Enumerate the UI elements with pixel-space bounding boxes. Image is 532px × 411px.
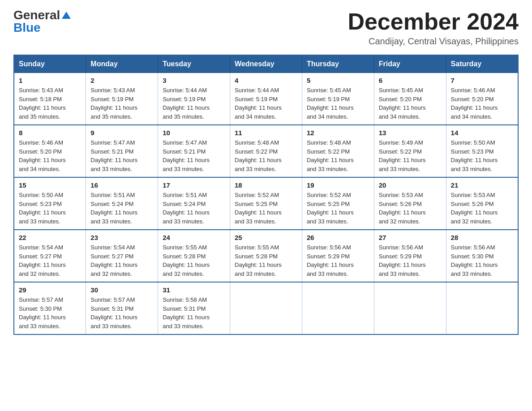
calendar-week-3: 15 Sunrise: 5:50 AMSunset: 5:23 PMDaylig… [14,177,518,230]
table-row: 7 Sunrise: 5:46 AMSunset: 5:20 PMDayligh… [446,73,518,125]
table-row: 11 Sunrise: 5:48 AMSunset: 5:22 PMDaylig… [230,125,302,177]
day-info: Sunrise: 5:56 AMSunset: 5:29 PMDaylight:… [379,244,426,277]
table-row: 18 Sunrise: 5:52 AMSunset: 5:25 PMDaylig… [230,177,302,230]
day-info: Sunrise: 5:44 AMSunset: 5:19 PMDaylight:… [235,87,282,120]
calendar-week-2: 8 Sunrise: 5:46 AMSunset: 5:20 PMDayligh… [14,125,518,177]
table-row [446,282,518,334]
day-info: Sunrise: 5:48 AMSunset: 5:22 PMDaylight:… [307,139,354,172]
col-sunday: Sunday [14,55,86,73]
calendar-week-1: 1 Sunrise: 5:43 AMSunset: 5:18 PMDayligh… [14,73,518,125]
day-info: Sunrise: 5:56 AMSunset: 5:30 PMDaylight:… [451,244,498,277]
day-info: Sunrise: 5:50 AMSunset: 5:23 PMDaylight:… [19,192,66,225]
table-row: 26 Sunrise: 5:56 AMSunset: 5:29 PMDaylig… [302,230,374,282]
day-number: 24 [163,234,225,241]
day-number: 10 [163,129,225,137]
table-row: 15 Sunrise: 5:50 AMSunset: 5:23 PMDaylig… [14,177,86,230]
table-row: 13 Sunrise: 5:49 AMSunset: 5:22 PMDaylig… [374,125,446,177]
col-monday: Monday [86,55,158,73]
logo: General Blue [13,9,71,34]
day-info: Sunrise: 5:47 AMSunset: 5:21 PMDaylight:… [90,139,137,172]
day-number: 19 [307,181,369,189]
day-info: Sunrise: 5:51 AMSunset: 5:24 PMDaylight:… [90,192,137,225]
title-area: December 2024 Candijay, Central Visayas,… [348,9,519,47]
calendar-table: Sunday Monday Tuesday Wednesday Thursday… [13,55,519,335]
page-header: General Blue December 2024 Candijay, Cen… [13,9,519,47]
calendar-week-4: 22 Sunrise: 5:54 AMSunset: 5:27 PMDaylig… [14,230,518,282]
table-row: 2 Sunrise: 5:43 AMSunset: 5:19 PMDayligh… [86,73,158,125]
day-info: Sunrise: 5:43 AMSunset: 5:19 PMDaylight:… [90,87,137,120]
col-friday: Friday [374,55,446,73]
day-number: 29 [19,286,81,294]
day-info: Sunrise: 5:53 AMSunset: 5:26 PMDaylight:… [379,192,426,225]
day-info: Sunrise: 5:52 AMSunset: 5:25 PMDaylight:… [235,192,282,225]
table-row: 10 Sunrise: 5:47 AMSunset: 5:21 PMDaylig… [158,125,230,177]
table-row: 6 Sunrise: 5:45 AMSunset: 5:20 PMDayligh… [374,73,446,125]
day-number: 17 [163,181,225,189]
day-number: 25 [235,234,297,241]
calendar-week-5: 29 Sunrise: 5:57 AMSunset: 5:30 PMDaylig… [14,282,518,334]
table-row: 9 Sunrise: 5:47 AMSunset: 5:21 PMDayligh… [86,125,158,177]
table-row: 28 Sunrise: 5:56 AMSunset: 5:30 PMDaylig… [446,230,518,282]
table-row: 1 Sunrise: 5:43 AMSunset: 5:18 PMDayligh… [14,73,86,125]
day-info: Sunrise: 5:53 AMSunset: 5:26 PMDaylight:… [451,192,498,225]
day-number: 3 [163,77,225,84]
day-number: 18 [235,181,297,189]
day-info: Sunrise: 5:45 AMSunset: 5:19 PMDaylight:… [307,87,354,120]
logo-blue-text: Blue [13,21,41,34]
day-info: Sunrise: 5:46 AMSunset: 5:20 PMDaylight:… [19,139,66,172]
table-row: 29 Sunrise: 5:57 AMSunset: 5:30 PMDaylig… [14,282,86,334]
logo-triangle-icon [62,12,71,19]
day-number: 9 [90,129,153,137]
day-info: Sunrise: 5:51 AMSunset: 5:24 PMDaylight:… [163,192,210,225]
day-info: Sunrise: 5:48 AMSunset: 5:22 PMDaylight:… [235,139,282,172]
day-number: 31 [163,286,225,294]
day-info: Sunrise: 5:57 AMSunset: 5:30 PMDaylight:… [19,296,66,330]
table-row [374,282,446,334]
day-info: Sunrise: 5:50 AMSunset: 5:23 PMDaylight:… [451,139,498,172]
day-number: 21 [451,181,513,189]
table-row [230,282,302,334]
day-info: Sunrise: 5:57 AMSunset: 5:31 PMDaylight:… [90,296,137,330]
day-info: Sunrise: 5:55 AMSunset: 5:28 PMDaylight:… [235,244,282,277]
day-info: Sunrise: 5:49 AMSunset: 5:22 PMDaylight:… [379,139,426,172]
table-row: 27 Sunrise: 5:56 AMSunset: 5:29 PMDaylig… [374,230,446,282]
day-number: 26 [307,234,369,241]
table-row: 20 Sunrise: 5:53 AMSunset: 5:26 PMDaylig… [374,177,446,230]
day-number: 22 [19,234,81,241]
col-tuesday: Tuesday [158,55,230,73]
location-subtitle: Candijay, Central Visayas, Philippines [348,36,519,47]
table-row: 16 Sunrise: 5:51 AMSunset: 5:24 PMDaylig… [86,177,158,230]
table-row: 5 Sunrise: 5:45 AMSunset: 5:19 PMDayligh… [302,73,374,125]
day-number: 16 [90,181,153,189]
day-info: Sunrise: 5:52 AMSunset: 5:25 PMDaylight:… [307,192,354,225]
day-number: 20 [379,181,442,189]
day-number: 14 [451,129,513,137]
table-row: 12 Sunrise: 5:48 AMSunset: 5:22 PMDaylig… [302,125,374,177]
month-year-title: December 2024 [348,9,519,34]
day-number: 4 [235,77,297,84]
day-number: 8 [19,129,81,137]
day-info: Sunrise: 5:56 AMSunset: 5:29 PMDaylight:… [307,244,354,277]
day-number: 30 [90,286,153,294]
day-info: Sunrise: 5:45 AMSunset: 5:20 PMDaylight:… [379,87,426,120]
day-info: Sunrise: 5:54 AMSunset: 5:27 PMDaylight:… [90,244,137,277]
calendar-header-row: Sunday Monday Tuesday Wednesday Thursday… [14,55,518,73]
day-info: Sunrise: 5:44 AMSunset: 5:19 PMDaylight:… [163,87,210,120]
day-number: 11 [235,129,297,137]
table-row: 30 Sunrise: 5:57 AMSunset: 5:31 PMDaylig… [86,282,158,334]
table-row [302,282,374,334]
table-row: 21 Sunrise: 5:53 AMSunset: 5:26 PMDaylig… [446,177,518,230]
table-row: 31 Sunrise: 5:58 AMSunset: 5:31 PMDaylig… [158,282,230,334]
table-row: 25 Sunrise: 5:55 AMSunset: 5:28 PMDaylig… [230,230,302,282]
table-row: 4 Sunrise: 5:44 AMSunset: 5:19 PMDayligh… [230,73,302,125]
table-row: 14 Sunrise: 5:50 AMSunset: 5:23 PMDaylig… [446,125,518,177]
col-saturday: Saturday [446,55,518,73]
table-row: 23 Sunrise: 5:54 AMSunset: 5:27 PMDaylig… [86,230,158,282]
table-row: 17 Sunrise: 5:51 AMSunset: 5:24 PMDaylig… [158,177,230,230]
col-wednesday: Wednesday [230,55,302,73]
day-info: Sunrise: 5:54 AMSunset: 5:27 PMDaylight:… [19,244,66,277]
table-row: 22 Sunrise: 5:54 AMSunset: 5:27 PMDaylig… [14,230,86,282]
table-row: 8 Sunrise: 5:46 AMSunset: 5:20 PMDayligh… [14,125,86,177]
logo-general-text: General [13,9,60,21]
day-number: 5 [307,77,369,84]
